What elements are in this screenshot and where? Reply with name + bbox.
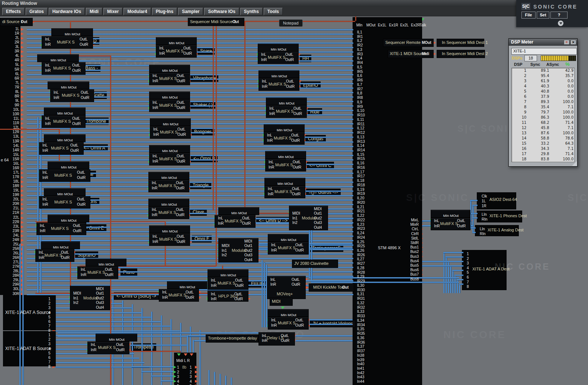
channel-out-pin[interactable] (21, 239, 24, 242)
menu-item-gratos[interactable]: Gratos (26, 8, 48, 15)
inr-label: InR (42, 148, 48, 153)
channel-out-pin[interactable] (21, 189, 24, 192)
channel-out-pin[interactable] (21, 163, 24, 166)
menu-item-hardware-ios[interactable]: Hardware IOs (49, 8, 85, 15)
channel-out-pin[interactable] (21, 167, 24, 170)
channel-out-pin[interactable] (21, 77, 24, 80)
channel-out-pin[interactable] (21, 100, 24, 103)
min-mout-label: MIn MOut (443, 214, 459, 218)
mod-out-label: Out1 (96, 291, 104, 295)
channel-out-pin[interactable] (21, 68, 24, 71)
channel-out-pin[interactable] (21, 135, 24, 138)
row-in-pin[interactable] (173, 366, 176, 369)
channel-out-pin[interactable] (21, 216, 24, 219)
channel-out-pin[interactable] (21, 113, 24, 116)
outl-label: OutL (105, 267, 113, 272)
l-in-pin[interactable] (184, 353, 187, 356)
channel-out-pin[interactable] (21, 50, 24, 53)
collapse-arrow-icon[interactable] (558, 20, 563, 26)
channel-out-pin[interactable] (21, 198, 24, 201)
dest-pin-label: 5 (467, 270, 469, 275)
minimize-button[interactable]: = (564, 40, 569, 45)
row-out-pin[interactable] (195, 366, 198, 369)
channel-out-pin[interactable] (21, 171, 24, 174)
channel-out-pin[interactable] (21, 230, 24, 233)
row-out-pin[interactable] (195, 380, 198, 383)
channel-out-pin[interactable] (21, 154, 24, 157)
dsp-table-row: 1883.8100.0 (512, 157, 575, 162)
channel-out-pin[interactable] (21, 145, 24, 148)
channel-out-pin[interactable] (21, 64, 24, 67)
row-out-pin[interactable] (195, 370, 198, 373)
panel-in-label: IL31 (357, 292, 364, 296)
r-in-pin[interactable] (190, 353, 193, 356)
menu-item-tools[interactable]: Tools (264, 8, 283, 15)
midi-in-pin[interactable] (177, 353, 181, 356)
channel-out-pin[interactable] (21, 176, 24, 179)
resize-grip[interactable] (572, 161, 577, 166)
module-title: MultiFX S (159, 157, 177, 161)
menu-item-effects[interactable]: Effects (2, 8, 25, 15)
channel-out-pin[interactable] (21, 122, 24, 125)
row-in-pin[interactable] (173, 375, 176, 378)
channel-out-pin[interactable] (21, 158, 24, 161)
midi-down-pin[interactable] (281, 307, 285, 309)
device-field[interactable]: XITE-1 (511, 48, 577, 55)
channel-out-pin[interactable] (21, 212, 24, 215)
channel-out-pin[interactable] (21, 207, 24, 210)
channel-out-pin[interactable] (21, 225, 24, 228)
menu-item-sampler[interactable]: Sampler (178, 8, 203, 15)
channel-out-pin[interactable] (21, 95, 24, 98)
outl-label: OutL (80, 37, 88, 41)
channel-out-pin[interactable] (21, 104, 24, 107)
close-button[interactable]: ✕ (571, 40, 576, 45)
min-mout-label: MIn MOut (281, 238, 296, 242)
channel-out-pin[interactable] (21, 118, 24, 121)
row-in-pin[interactable] (173, 380, 176, 383)
notepad-box[interactable]: Notepad (279, 19, 303, 27)
channel-out-pin[interactable] (21, 203, 24, 206)
menu-item-synths[interactable]: Synths (240, 8, 263, 15)
panel-in-label: IR8 (357, 96, 363, 100)
audio-wire (256, 223, 289, 224)
dsp-meter-window[interactable]: DSP Meter = ✕ XITE-1 DSPs 18 DSP Sync AS… (508, 38, 578, 167)
menu-item-software-ios[interactable]: Software IOs (204, 8, 239, 15)
channel-out-pin[interactable] (21, 82, 24, 85)
audio-wire (151, 375, 174, 377)
file-button[interactable]: File (521, 12, 536, 19)
channel-out-pin[interactable] (21, 46, 24, 49)
channel-out-pin[interactable] (21, 221, 24, 224)
channel-out-label: 30L (1, 287, 19, 291)
menu-item-mixer[interactable]: Mixer (103, 8, 122, 15)
channel-out-pin[interactable] (21, 149, 24, 152)
channel-out-pin[interactable] (21, 73, 24, 76)
sequencer-midi-dest-2-label: In Sequencer Midi Dest 2 (442, 51, 488, 56)
channel-out-pin[interactable] (21, 59, 24, 62)
channel-out-pin[interactable] (21, 194, 24, 197)
channel-out-pin[interactable] (21, 32, 24, 35)
help-button[interactable]: ? (550, 12, 568, 19)
channel-out-pin[interactable] (21, 140, 24, 143)
row-in-pin[interactable] (173, 370, 176, 373)
channel-out-pin[interactable] (21, 55, 24, 58)
menu-item-plug-ins[interactable]: Plug-Ins (152, 8, 177, 15)
channel-out-pin[interactable] (21, 41, 24, 44)
channel-out-pin[interactable] (21, 243, 24, 246)
channel-out-pin[interactable] (21, 109, 24, 112)
channel-out-pin[interactable] (21, 91, 24, 94)
audio-wire (309, 319, 353, 321)
dsp-meter-titlebar[interactable]: DSP Meter = ✕ (509, 39, 577, 46)
channel-out-pin[interactable] (21, 180, 24, 183)
menu-item-modular4[interactable]: Modular4 (123, 8, 151, 15)
channel-out-pin[interactable] (21, 185, 24, 188)
channel-out-pin[interactable] (21, 37, 24, 40)
set-button[interactable]: Set (537, 12, 549, 19)
channel-out-pin[interactable] (21, 86, 24, 89)
dest-pin-label: RIn (480, 232, 486, 236)
channel-out-pin[interactable] (21, 28, 24, 31)
channel-out-pin[interactable] (21, 131, 24, 134)
channel-out-pin[interactable] (21, 234, 24, 237)
row-out-pin[interactable] (195, 375, 198, 378)
menu-item-midi[interactable]: Midi (86, 8, 102, 15)
channel-out-label: 4R (1, 58, 19, 62)
